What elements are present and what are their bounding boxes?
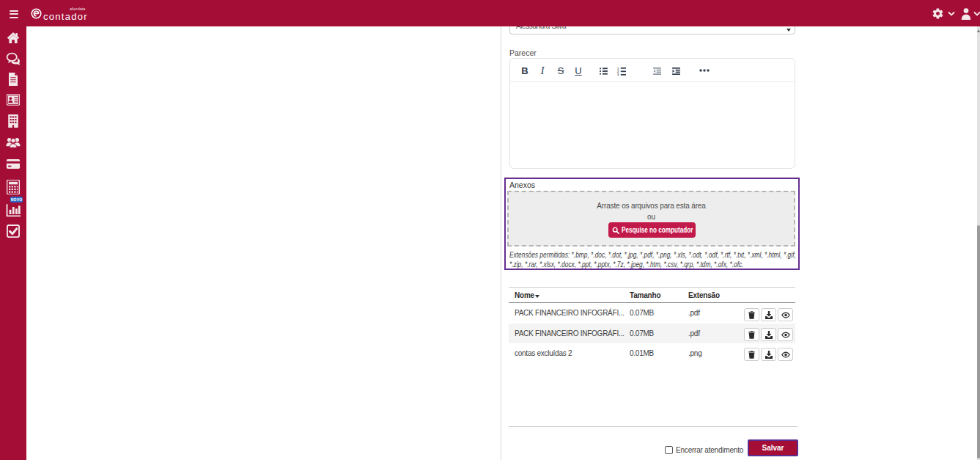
- svg-text:3: 3: [617, 73, 619, 76]
